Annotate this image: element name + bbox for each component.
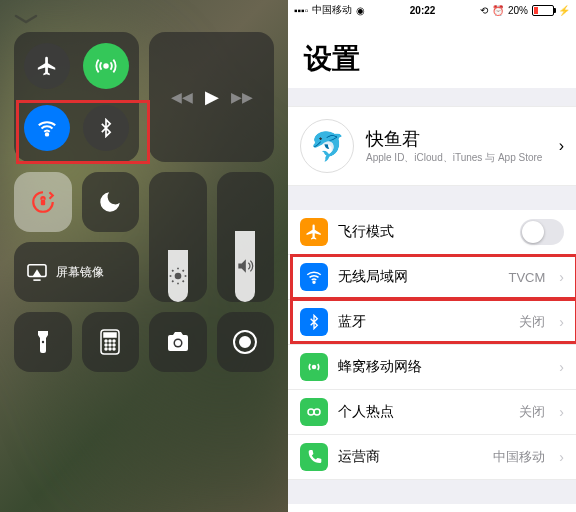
signal-icon: ▪▪▪▫ <box>294 5 308 16</box>
chevron-right-icon: › <box>559 404 564 420</box>
svg-point-26 <box>175 340 181 346</box>
svg-point-13 <box>42 341 44 343</box>
cell-label: 无线局域网 <box>338 268 498 286</box>
bluetooth-toggle[interactable] <box>83 105 129 151</box>
rotation-lock-tile[interactable] <box>14 172 72 232</box>
svg-point-19 <box>105 344 107 346</box>
avatar: 🐬 <box>300 119 354 173</box>
bluetooth-cell[interactable]: 蓝牙 关闭 › <box>288 300 576 345</box>
svg-point-28 <box>240 337 250 347</box>
chevron-right-icon: › <box>559 449 564 465</box>
chevron-right-icon: › <box>559 359 564 375</box>
profile-sub: Apple ID、iCloud、iTunes 与 App Store <box>366 151 547 165</box>
brightness-slider[interactable] <box>149 172 207 302</box>
wifi-cell[interactable]: 无线局域网 TVCM › <box>288 255 576 300</box>
svg-line-11 <box>182 270 183 271</box>
flashlight-tile[interactable] <box>14 312 72 372</box>
svg-point-3 <box>174 273 181 280</box>
wifi-icon: ◉ <box>356 5 365 16</box>
wifi-toggle[interactable] <box>24 105 70 151</box>
grabber-icon[interactable] <box>14 14 274 24</box>
apple-id-cell[interactable]: 🐬 快鱼君 Apple ID、iCloud、iTunes 与 App Store… <box>288 106 576 186</box>
svg-point-30 <box>313 366 316 369</box>
svg-point-16 <box>105 340 107 342</box>
charging-icon: ⚡ <box>558 5 570 16</box>
cellular-toggle[interactable] <box>83 43 129 89</box>
carrier-label: 中国移动 <box>312 3 352 17</box>
svg-line-10 <box>172 281 173 282</box>
airplane-switch[interactable] <box>520 219 564 245</box>
svg-line-9 <box>182 281 183 282</box>
airplane-icon <box>300 218 328 246</box>
settings-screen: ▪▪▪▫中国移动◉ 20:22 ⟲⏰20%⚡ 设置 🐬 快鱼君 Apple ID… <box>288 0 576 512</box>
svg-rect-2 <box>41 200 45 205</box>
phone-icon <box>300 443 328 471</box>
chevron-right-icon: › <box>559 314 564 330</box>
cell-value: 中国移动 <box>493 448 545 466</box>
cell-label: 蓝牙 <box>338 313 509 331</box>
svg-point-20 <box>109 344 111 346</box>
profile-name: 快鱼君 <box>366 127 547 151</box>
calculator-tile[interactable] <box>82 312 140 372</box>
svg-point-21 <box>113 344 115 346</box>
wifi-icon <box>300 263 328 291</box>
cell-value: 关闭 <box>519 403 545 421</box>
rotation-lock-icon: ⟲ <box>480 5 488 16</box>
svg-point-17 <box>109 340 111 342</box>
battery-icon <box>532 5 554 16</box>
alarm-icon: ⏰ <box>492 5 504 16</box>
svg-point-18 <box>113 340 115 342</box>
chevron-right-icon: › <box>559 137 564 155</box>
time-label: 20:22 <box>410 5 436 16</box>
play-icon[interactable]: ▶ <box>205 86 219 108</box>
connectivity-tile[interactable] <box>14 32 139 162</box>
cellular-icon <box>300 353 328 381</box>
airplane-mode-cell[interactable]: 飞行模式 <box>288 210 576 255</box>
airplane-toggle[interactable] <box>24 43 70 89</box>
carrier-cell[interactable]: 运营商 中国移动 › <box>288 435 576 480</box>
cell-label: 运营商 <box>338 448 483 466</box>
chevron-right-icon: › <box>559 269 564 285</box>
svg-point-31 <box>308 409 314 415</box>
battery-pct: 20% <box>508 5 528 16</box>
cell-value: TVCM <box>508 270 545 285</box>
svg-point-24 <box>113 348 115 350</box>
volume-slider[interactable] <box>217 172 275 302</box>
dnd-tile[interactable] <box>82 172 140 232</box>
camera-tile[interactable] <box>149 312 207 372</box>
status-bar: ▪▪▪▫中国移动◉ 20:22 ⟲⏰20%⚡ <box>288 0 576 20</box>
svg-point-32 <box>314 409 320 415</box>
hotspot-cell[interactable]: 个人热点 关闭 › <box>288 390 576 435</box>
media-tile[interactable]: ◀◀ ▶ ▶▶ <box>149 32 274 162</box>
cell-value: 关闭 <box>519 313 545 331</box>
cellular-cell[interactable]: 蜂窝移动网络 › <box>288 345 576 390</box>
svg-point-0 <box>104 64 108 68</box>
cell-label: 飞行模式 <box>338 223 510 241</box>
svg-point-1 <box>46 133 48 135</box>
svg-point-23 <box>109 348 111 350</box>
svg-rect-15 <box>104 333 116 337</box>
screen-record-tile[interactable] <box>217 312 275 372</box>
hotspot-icon <box>300 398 328 426</box>
page-title: 设置 <box>288 20 576 88</box>
next-icon[interactable]: ▶▶ <box>231 89 253 105</box>
cell-label: 个人热点 <box>338 403 509 421</box>
svg-point-29 <box>313 281 315 283</box>
cell-label: 蜂窝移动网络 <box>338 358 545 376</box>
svg-line-8 <box>172 270 173 271</box>
notifications-cell[interactable]: 通知 › <box>288 504 576 512</box>
screen-mirror-label: 屏幕镜像 <box>56 264 104 281</box>
bluetooth-icon <box>300 308 328 336</box>
prev-icon[interactable]: ◀◀ <box>171 89 193 105</box>
svg-point-22 <box>105 348 107 350</box>
control-center-panel: ◀◀ ▶ ▶▶ 屏幕镜像 <box>0 0 288 512</box>
screen-mirror-tile[interactable]: 屏幕镜像 <box>14 242 139 302</box>
